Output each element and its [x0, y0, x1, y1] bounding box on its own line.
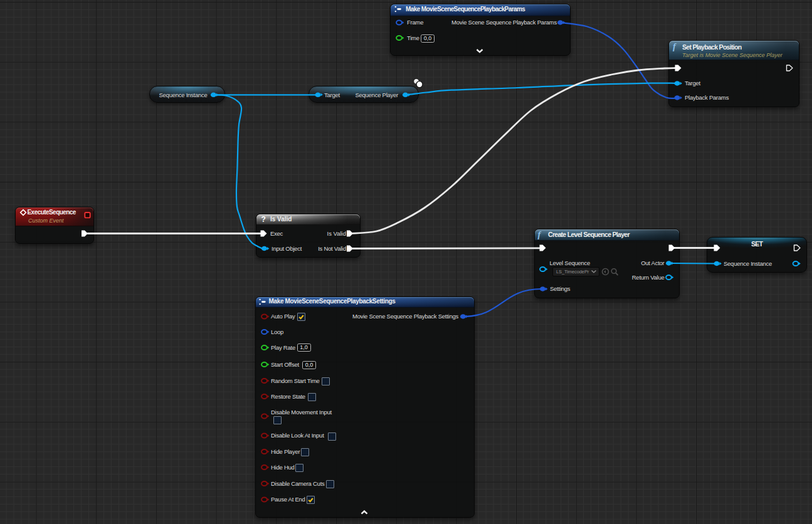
svg-text:f: f	[673, 42, 677, 51]
svg-text:f: f	[538, 230, 542, 239]
svg-text:?: ?	[261, 215, 266, 224]
